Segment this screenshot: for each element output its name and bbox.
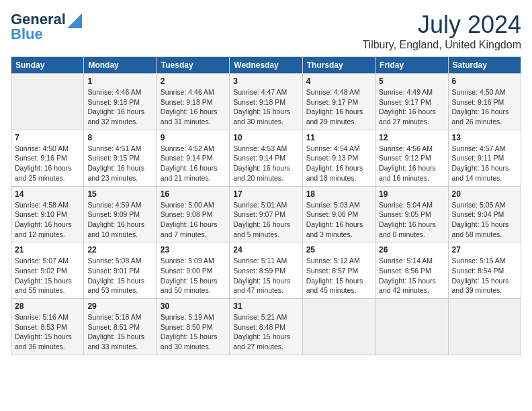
day-number: 22 <box>87 245 152 255</box>
day-info: Sunrise: 4:58 AM Sunset: 9:10 PM Dayligh… <box>15 200 80 240</box>
day-number: 9 <box>161 133 226 142</box>
calendar-table: SundayMondayTuesdayWednesdayThursdayFrid… <box>11 56 521 355</box>
day-info: Sunrise: 5:15 AM Sunset: 8:54 PM Dayligh… <box>452 256 517 295</box>
day-info: Sunrise: 5:16 AM Sunset: 8:53 PM Dayligh… <box>15 312 80 352</box>
calendar-cell: 23Sunrise: 5:09 AM Sunset: 9:00 PM Dayli… <box>157 242 229 299</box>
calendar-cell: 1Sunrise: 4:46 AM Sunset: 9:18 PM Daylig… <box>84 74 157 130</box>
day-number: 27 <box>452 245 517 255</box>
calendar-cell: 21Sunrise: 5:07 AM Sunset: 9:02 PM Dayli… <box>11 242 84 299</box>
day-number: 29 <box>87 302 152 311</box>
calendar-cell: 28Sunrise: 5:16 AM Sunset: 8:53 PM Dayli… <box>11 299 84 355</box>
week-row-4: 21Sunrise: 5:07 AM Sunset: 9:02 PM Dayli… <box>11 242 521 299</box>
calendar-cell: 16Sunrise: 5:00 AM Sunset: 9:08 PM Dayli… <box>157 186 229 242</box>
day-info: Sunrise: 5:04 AM Sunset: 9:05 PM Dayligh… <box>379 200 444 240</box>
calendar-cell: 3Sunrise: 4:47 AM Sunset: 9:18 PM Daylig… <box>230 74 302 130</box>
day-info: Sunrise: 4:50 AM Sunset: 9:16 PM Dayligh… <box>15 144 80 183</box>
day-info: Sunrise: 5:14 AM Sunset: 8:56 PM Dayligh… <box>379 256 444 295</box>
week-row-2: 7Sunrise: 4:50 AM Sunset: 9:16 PM Daylig… <box>11 130 521 186</box>
calendar-cell: 22Sunrise: 5:08 AM Sunset: 9:01 PM Dayli… <box>84 242 157 299</box>
week-row-1: 1Sunrise: 4:46 AM Sunset: 9:18 PM Daylig… <box>11 74 521 130</box>
calendar-cell: 15Sunrise: 4:59 AM Sunset: 9:09 PM Dayli… <box>84 186 157 242</box>
calendar-cell: 13Sunrise: 4:57 AM Sunset: 9:11 PM Dayli… <box>448 130 521 186</box>
logo-blue: Blue <box>11 26 43 43</box>
calendar-cell: 30Sunrise: 5:19 AM Sunset: 8:50 PM Dayli… <box>157 299 229 355</box>
calendar-cell: 29Sunrise: 5:18 AM Sunset: 8:51 PM Dayli… <box>84 299 157 355</box>
day-info: Sunrise: 5:21 AM Sunset: 8:48 PM Dayligh… <box>233 312 298 352</box>
day-number: 28 <box>15 302 80 311</box>
day-number: 3 <box>233 77 298 86</box>
day-number: 23 <box>161 245 226 255</box>
day-number: 16 <box>161 189 226 199</box>
day-info: Sunrise: 4:56 AM Sunset: 9:12 PM Dayligh… <box>379 144 444 183</box>
day-number: 26 <box>379 245 444 255</box>
title-section: July 2024 Tilbury, England, United Kingd… <box>362 11 521 51</box>
day-number: 25 <box>306 245 371 255</box>
calendar-cell: 8Sunrise: 4:51 AM Sunset: 9:15 PM Daylig… <box>84 130 157 186</box>
calendar-cell: 6Sunrise: 4:50 AM Sunset: 9:16 PM Daylig… <box>448 74 521 130</box>
day-number: 14 <box>15 189 80 199</box>
day-number: 20 <box>452 189 517 199</box>
day-number: 31 <box>233 302 298 311</box>
header-day-tuesday: Tuesday <box>157 57 229 74</box>
calendar-cell: 18Sunrise: 5:03 AM Sunset: 9:06 PM Dayli… <box>302 186 375 242</box>
calendar-cell: 5Sunrise: 4:49 AM Sunset: 9:17 PM Daylig… <box>375 74 448 130</box>
month-year-title: July 2024 <box>362 11 521 39</box>
day-info: Sunrise: 4:57 AM Sunset: 9:11 PM Dayligh… <box>452 144 517 183</box>
calendar-cell: 25Sunrise: 5:12 AM Sunset: 8:57 PM Dayli… <box>302 242 375 299</box>
day-number: 4 <box>306 77 371 86</box>
day-info: Sunrise: 5:11 AM Sunset: 8:59 PM Dayligh… <box>233 256 298 295</box>
calendar-cell: 24Sunrise: 5:11 AM Sunset: 8:59 PM Dayli… <box>230 242 302 299</box>
calendar-cell: 10Sunrise: 4:53 AM Sunset: 9:14 PM Dayli… <box>230 130 302 186</box>
day-number: 19 <box>379 189 444 199</box>
day-number: 21 <box>15 245 80 255</box>
day-number: 30 <box>161 302 226 311</box>
header-day-thursday: Thursday <box>302 57 375 74</box>
calendar-cell: 4Sunrise: 4:48 AM Sunset: 9:17 PM Daylig… <box>302 74 375 130</box>
day-info: Sunrise: 5:09 AM Sunset: 9:00 PM Dayligh… <box>161 256 226 295</box>
location-subtitle: Tilbury, England, United Kingdom <box>362 39 521 51</box>
calendar-cell: 2Sunrise: 4:46 AM Sunset: 9:18 PM Daylig… <box>157 74 229 130</box>
calendar-cell: 27Sunrise: 5:15 AM Sunset: 8:54 PM Dayli… <box>448 242 521 299</box>
day-number: 5 <box>379 77 444 86</box>
svg-marker-0 <box>67 13 82 28</box>
day-info: Sunrise: 4:47 AM Sunset: 9:18 PM Dayligh… <box>233 87 298 127</box>
day-info: Sunrise: 4:48 AM Sunset: 9:17 PM Dayligh… <box>306 87 371 127</box>
day-number: 13 <box>452 133 517 142</box>
day-info: Sunrise: 5:00 AM Sunset: 9:08 PM Dayligh… <box>161 200 226 240</box>
header-day-friday: Friday <box>375 57 448 74</box>
header-day-saturday: Saturday <box>448 57 521 74</box>
calendar-cell: 19Sunrise: 5:04 AM Sunset: 9:05 PM Dayli… <box>375 186 448 242</box>
calendar-cell: 9Sunrise: 4:52 AM Sunset: 9:14 PM Daylig… <box>157 130 229 186</box>
day-info: Sunrise: 4:49 AM Sunset: 9:17 PM Dayligh… <box>379 87 444 127</box>
day-info: Sunrise: 4:54 AM Sunset: 9:13 PM Dayligh… <box>306 144 371 183</box>
header-day-monday: Monday <box>84 57 157 74</box>
day-number: 7 <box>15 133 80 142</box>
day-number: 12 <box>379 133 444 142</box>
calendar-cell <box>375 299 448 355</box>
day-info: Sunrise: 5:08 AM Sunset: 9:01 PM Dayligh… <box>87 256 152 295</box>
day-info: Sunrise: 5:07 AM Sunset: 9:02 PM Dayligh… <box>15 256 80 295</box>
logo: General Blue <box>11 11 82 43</box>
calendar-cell <box>11 74 84 130</box>
header-day-sunday: Sunday <box>11 57 84 74</box>
day-info: Sunrise: 4:46 AM Sunset: 9:18 PM Dayligh… <box>161 87 226 127</box>
day-info: Sunrise: 5:03 AM Sunset: 9:06 PM Dayligh… <box>306 200 371 240</box>
day-info: Sunrise: 4:59 AM Sunset: 9:09 PM Dayligh… <box>87 200 152 240</box>
calendar-cell: 31Sunrise: 5:21 AM Sunset: 8:48 PM Dayli… <box>230 299 302 355</box>
day-info: Sunrise: 5:05 AM Sunset: 9:04 PM Dayligh… <box>452 200 517 240</box>
day-number: 6 <box>452 77 517 86</box>
day-number: 1 <box>87 77 152 86</box>
day-info: Sunrise: 5:12 AM Sunset: 8:57 PM Dayligh… <box>306 256 371 295</box>
week-row-3: 14Sunrise: 4:58 AM Sunset: 9:10 PM Dayli… <box>11 186 521 242</box>
calendar-cell: 7Sunrise: 4:50 AM Sunset: 9:16 PM Daylig… <box>11 130 84 186</box>
day-number: 2 <box>161 77 226 86</box>
day-number: 24 <box>233 245 298 255</box>
calendar-cell: 14Sunrise: 4:58 AM Sunset: 9:10 PM Dayli… <box>11 186 84 242</box>
day-number: 18 <box>306 189 371 199</box>
day-number: 15 <box>87 189 152 199</box>
day-info: Sunrise: 4:50 AM Sunset: 9:16 PM Dayligh… <box>452 87 517 127</box>
calendar-cell <box>448 299 521 355</box>
day-info: Sunrise: 4:51 AM Sunset: 9:15 PM Dayligh… <box>87 144 152 183</box>
calendar-cell: 26Sunrise: 5:14 AM Sunset: 8:56 PM Dayli… <box>375 242 448 299</box>
header-day-wednesday: Wednesday <box>230 57 302 74</box>
